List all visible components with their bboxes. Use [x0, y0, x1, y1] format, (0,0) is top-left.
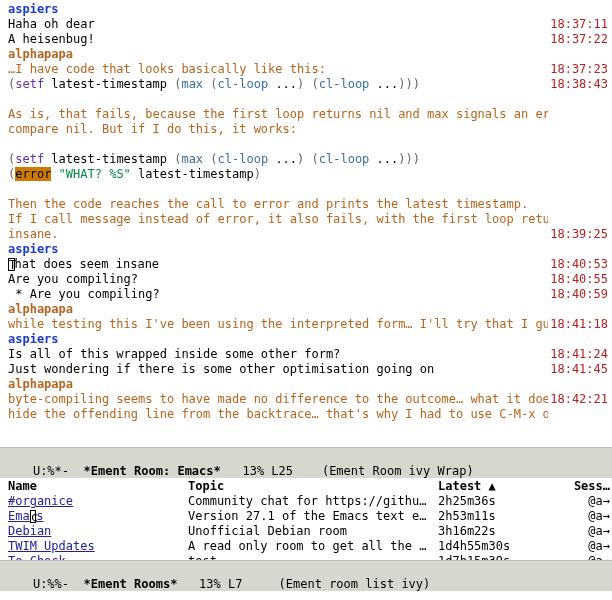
chat-message-text: alphapapa [8, 377, 548, 392]
chat-message-text: (setf latest-timestamp (max (cl-loop ...… [8, 77, 548, 92]
chat-line: Is all of this wrapped inside some other… [8, 347, 612, 362]
room-session: @a→ [558, 524, 612, 539]
chat-nick: alphapapa [8, 47, 73, 61]
chat-line: Then the code reaches the call to error … [8, 197, 612, 212]
chat-line [8, 92, 612, 107]
chat-message-text [8, 137, 548, 152]
chat-line: Just wondering if there is some other op… [8, 362, 612, 377]
chat-message-text: If I call message instead of error, it a… [8, 212, 548, 227]
room-latest: 2h25m36s [438, 494, 558, 509]
chat-line: byte-compiling seems to have made no dif… [8, 392, 612, 407]
room-list-row[interactable]: DebianUnofficial Debian room3h16m22s@a→ [8, 524, 612, 539]
modeline-buffer-name: *Ement Rooms* [83, 577, 177, 591]
modeline-flags: U:%*- [33, 464, 84, 478]
chat-line: (setf latest-timestamp (max (cl-loop ...… [8, 77, 612, 92]
chat-line: Haha oh dear18:37:11 [8, 17, 612, 32]
chat-timestamp: 18:37:23 [548, 62, 612, 77]
chat-line: As is, that fails, because the first loo… [8, 107, 612, 122]
chat-room-pane[interactable]: aspiersHaha oh dear18:37:11A heisenbug!1… [0, 0, 612, 447]
room-list-row[interactable]: #organiceCommunity chat for https://gith… [8, 494, 612, 509]
chat-message-text: * Are you compiling? [8, 287, 548, 302]
room-name[interactable]: Debian [8, 524, 188, 539]
room-latest: 1d7h15m39s [438, 554, 558, 560]
col-header-session[interactable]: Sess… [558, 479, 612, 494]
col-header-name[interactable]: Name [8, 479, 188, 494]
room-list-row[interactable]: To-Checktest1d7h15m39s@a→ [8, 554, 612, 560]
room-list-row[interactable]: TWIM UpdatesA read only room to get all … [8, 539, 612, 554]
chat-timestamp [548, 182, 612, 197]
chat-message-text: Haha oh dear [8, 17, 548, 32]
chat-line [8, 137, 612, 152]
chat-line: while testing this I've been using the i… [8, 317, 612, 332]
chat-line: alphapapa [8, 47, 612, 62]
modeline-rooms: U:%%- *Ement Rooms* 13% L7 (Ement room l… [0, 560, 612, 591]
room-name[interactable]: To-Check [8, 554, 188, 560]
modeline-position: 13% L7 [177, 577, 278, 591]
chat-timestamp: 18:38:43 [548, 77, 612, 92]
chat-line: aspiers [8, 242, 612, 257]
chat-timestamp: 18:37:11 [548, 17, 612, 32]
chat-message-text: alphapapa [8, 47, 548, 62]
chat-message-text: alphapapa [8, 302, 548, 317]
chat-message-text: (error "WHAT? %S" latest-timestamp) [8, 167, 548, 182]
chat-message-text: byte-compiling seems to have made no dif… [8, 392, 548, 407]
room-topic: Community chat for https://githu… [188, 494, 438, 509]
chat-timestamp [548, 137, 612, 152]
chat-line [8, 182, 612, 197]
text-cursor: T [8, 258, 15, 271]
chat-line: alphapapa [8, 302, 612, 317]
modeline-chat: U:%*- *Ement Room: Emacs* 13% L25 (Ement… [0, 447, 612, 478]
chat-message-text [8, 92, 548, 107]
modeline-mode: (Ement room list ivy) [279, 577, 431, 591]
room-session: @a→ [558, 494, 612, 509]
chat-timestamp [548, 242, 612, 257]
chat-line: Are you compiling?18:40:55 [8, 272, 612, 287]
room-name[interactable]: #organice [8, 494, 188, 509]
chat-timestamp [548, 407, 612, 422]
chat-timestamp [548, 2, 612, 17]
chat-timestamp [548, 122, 612, 137]
room-list-pane[interactable]: Name Topic Latest ▲ Sess… #organiceCommu… [0, 478, 612, 560]
chat-message-text: …I have code that looks basically like t… [8, 62, 548, 77]
chat-message-text: Then the code reaches the call to error … [8, 197, 548, 212]
chat-line: (error "WHAT? %S" latest-timestamp) [8, 167, 612, 182]
room-topic: A read only room to get all the … [188, 539, 438, 554]
chat-message-text: insane. [8, 227, 548, 242]
chat-timestamp [548, 332, 612, 347]
chat-nick: aspiers [8, 2, 59, 16]
col-header-topic[interactable]: Topic [188, 479, 438, 494]
chat-line: If I call message instead of error, it a… [8, 212, 612, 227]
room-topic: Unofficial Debian room [188, 524, 438, 539]
chat-message-text: Is all of this wrapped inside some other… [8, 347, 548, 362]
room-session: @a→ [558, 509, 612, 524]
chat-message-text: aspiers [8, 2, 548, 17]
chat-timestamp: 18:40:59 [548, 287, 612, 302]
chat-message-text: (setf latest-timestamp (max (cl-loop ...… [8, 152, 548, 167]
room-latest: 3h16m22s [438, 524, 558, 539]
col-header-latest[interactable]: Latest ▲ [438, 479, 558, 494]
chat-message-text: hide the offending line from the backtra… [8, 407, 548, 422]
chat-timestamp [548, 107, 612, 122]
modeline-buffer-name: *Ement Room: Emacs* [83, 464, 220, 478]
chat-message-text: As is, that fails, because the first loo… [8, 107, 548, 122]
chat-message-text: Just wondering if there is some other op… [8, 362, 548, 377]
room-name[interactable]: Emacs [8, 509, 188, 524]
chat-nick: aspiers [8, 242, 59, 256]
chat-timestamp: 18:41:18 [548, 317, 612, 332]
chat-nick: aspiers [8, 332, 59, 346]
chat-timestamp: 18:39:25 [548, 227, 612, 242]
room-latest: 1d4h55m30s [438, 539, 558, 554]
room-list-row[interactable]: EmacsVersion 27.1 of the Emacs text e…2h… [8, 509, 612, 524]
chat-timestamp: 18:42:21 [548, 392, 612, 407]
room-session: @a→ [558, 539, 612, 554]
chat-timestamp [548, 47, 612, 62]
chat-timestamp [548, 152, 612, 167]
minibuffer[interactable] [0, 591, 612, 600]
chat-message-text: compare nil. But if I do this, it works: [8, 122, 548, 137]
chat-line: insane.18:39:25 [8, 227, 612, 242]
chat-timestamp [548, 92, 612, 107]
chat-message-text: while testing this I've been using the i… [8, 317, 548, 332]
chat-line: aspiers [8, 2, 612, 17]
room-name[interactable]: TWIM Updates [8, 539, 188, 554]
chat-timestamp: 18:41:24 [548, 347, 612, 362]
